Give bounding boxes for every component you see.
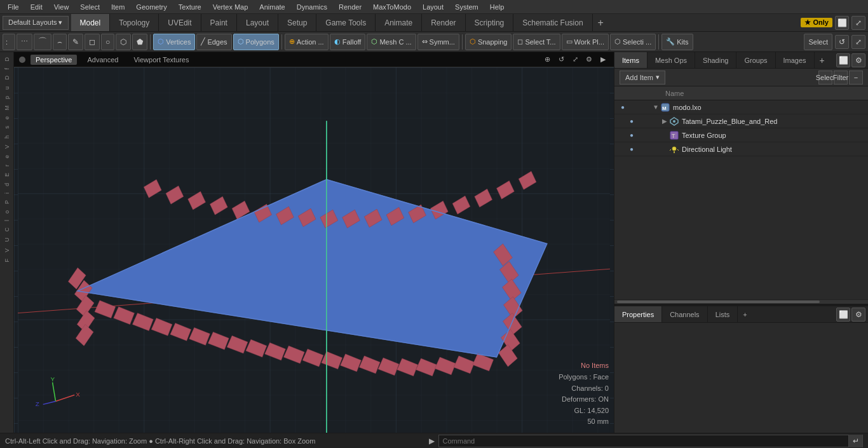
layout-tab-render[interactable]: Render [422, 14, 465, 31]
props-settings-btn[interactable]: ⚙ [851, 308, 865, 322]
sidebar-letter-v2[interactable]: V [3, 246, 11, 255]
viewport-tab-perspective[interactable]: Perspective [31, 55, 77, 65]
layout-tab-animate[interactable]: Animate [376, 14, 422, 31]
toolbar-mode-indicator[interactable]: : [3, 34, 15, 50]
props-tab-add[interactable]: + [738, 306, 752, 322]
item-vis-tatami[interactable]: ● [626, 116, 637, 127]
viewport[interactable]: Perspective Advanced Viewport Textures ⊕… [14, 52, 614, 433]
props-tab-lists[interactable]: Lists [708, 306, 738, 322]
layout-tab-gametools[interactable]: Game Tools [316, 14, 376, 31]
layout-tab-paint[interactable]: Paint [201, 14, 237, 31]
toolbar-select-tool-btn[interactable]: ◻ Select T... [513, 34, 560, 50]
menu-animate[interactable]: Animate [254, 2, 290, 12]
menu-help[interactable]: Help [485, 2, 510, 12]
command-input[interactable] [439, 437, 849, 445]
vp-ctrl-zoom[interactable]: ⤢ [569, 54, 581, 65]
sidebar-letter-f2[interactable]: F [3, 256, 11, 265]
layout-tab-layout[interactable]: Layout [237, 14, 278, 31]
menu-view[interactable]: View [49, 2, 74, 12]
props-tab-properties[interactable]: Properties [614, 306, 662, 322]
viewport-tab-textures[interactable]: Viewport Textures [128, 55, 194, 65]
sidebar-letter-r[interactable]: r [3, 162, 11, 169]
sidebar-letter-v[interactable]: V [3, 142, 11, 151]
right-panel-settings-btn[interactable]: ⚙ [851, 53, 865, 67]
layout-maximize-btn[interactable]: ⬜ [835, 16, 849, 30]
menu-maxtomodo[interactable]: MaxToModo [368, 2, 416, 12]
command-go-btn[interactable]: ↵ [848, 435, 862, 447]
sidebar-letter-e[interactable]: e [3, 114, 11, 122]
sidebar-letter-d2[interactable]: D [3, 73, 11, 83]
sidebar-letter-d3[interactable]: d [3, 180, 11, 189]
sidebar-letter-c[interactable]: C [3, 225, 11, 234]
layout-tab-schematic[interactable]: Schematic Fusion [513, 14, 592, 31]
right-panel-resize-btn[interactable]: ⬜ [836, 53, 850, 67]
sidebar-letter-h[interactable]: h [3, 133, 11, 141]
sidebar-letter-m[interactable]: M [3, 103, 11, 113]
toolbar-snapping-btn[interactable]: ⬡ Snapping [465, 34, 512, 50]
toolbar-falloff-btn[interactable]: ◐ Falloff [330, 34, 366, 50]
sidebar-letter-p[interactable]: p [3, 93, 11, 102]
menu-texture[interactable]: Texture [173, 2, 207, 12]
viewport-tab-advanced[interactable]: Advanced [82, 55, 123, 65]
toolbar-icon-circle[interactable]: ○ [101, 34, 114, 50]
right-tab-images[interactable]: Images [776, 52, 815, 68]
toolbar-kits-btn[interactable]: 🔧 Kits [661, 34, 693, 50]
item-row-tatami[interactable]: ● ▶ Tatami_Puzzle_Blue_and_Red [614, 114, 868, 128]
item-vis-modo[interactable]: ● [617, 102, 628, 113]
vp-ctrl-settings[interactable]: ⚙ [583, 54, 595, 65]
menu-geometry[interactable]: Geometry [131, 2, 172, 12]
item-expand-tatami[interactable]: ▶ [660, 118, 669, 125]
sidebar-letter-e2[interactable]: e [3, 153, 11, 161]
toolbar-icon-hexagon[interactable]: ⬡ [116, 34, 131, 50]
right-tab-groups[interactable]: Groups [736, 52, 775, 68]
add-item-btn[interactable]: Add Item ▾ [620, 71, 665, 85]
toolbar-selecti-btn[interactable]: ⬡ Selecti ... [610, 34, 656, 50]
menu-dynamics[interactable]: Dynamics [292, 2, 332, 12]
viewport-collapse-btn[interactable] [19, 57, 25, 63]
menu-edit[interactable]: Edit [25, 2, 48, 12]
toolbar-workpl-btn[interactable]: ▭ Work Pl... [562, 34, 609, 50]
layout-tab-uvedit[interactable]: UVEdit [159, 14, 201, 31]
props-tab-channels[interactable]: Channels [662, 306, 707, 322]
vp-ctrl-home[interactable]: ⊕ [541, 54, 553, 65]
layout-tab-setup[interactable]: Setup [278, 14, 316, 31]
toolbar-icon-select[interactable]: ◻ [85, 34, 100, 50]
layout-tab-add[interactable]: + [593, 17, 609, 29]
star-badge[interactable]: ★ Only [801, 18, 832, 27]
sidebar-letter-i[interactable]: i [3, 190, 11, 196]
right-tab-meshops[interactable]: Mesh Ops [648, 52, 695, 68]
layout-tab-scripting[interactable]: Scripting [466, 14, 514, 31]
item-row-texture-group[interactable]: ● T Texture Group [614, 128, 868, 142]
vp-ctrl-play[interactable]: ▶ [597, 54, 609, 65]
toolbar-refresh-btn[interactable]: ↺ [835, 35, 849, 49]
item-expand-modo[interactable]: ▼ [651, 104, 660, 111]
items-filter-btn[interactable]: Filter [834, 71, 848, 85]
vp-ctrl-refresh[interactable]: ↺ [555, 54, 567, 65]
sidebar-letter-f[interactable]: f [3, 65, 11, 72]
toolbar-mesh-btn[interactable]: ⬡ Mesh C ... [367, 34, 416, 50]
toolbar-symm-btn[interactable]: ⇔ Symm... [417, 34, 459, 50]
toolbar-polygons-btn[interactable]: ⬡ Polygons [233, 34, 279, 50]
menu-layout[interactable]: Layout [417, 2, 449, 12]
toolbar-icon-spline[interactable]: ⌢ [53, 34, 67, 50]
toolbar-action-btn[interactable]: ⊕ Action ... [285, 34, 329, 50]
sidebar-letter-o[interactable]: o [3, 208, 11, 216]
sidebar-letter-d[interactable]: D [3, 55, 11, 64]
menu-vertex-map[interactable]: Vertex Map [208, 2, 254, 12]
sidebar-letter-l[interactable]: l [3, 217, 11, 224]
toolbar-fullscreen-btn[interactable]: ⤢ [851, 35, 865, 49]
item-vis-light[interactable]: ● [626, 144, 637, 155]
layout-dropdown[interactable]: Default Layouts ▾ [3, 16, 69, 30]
items-minus-btn[interactable]: − [849, 71, 863, 85]
sidebar-letter-u[interactable]: u [3, 84, 11, 92]
sidebar-letter-e3[interactable]: E [3, 170, 11, 179]
right-tab-items[interactable]: Items [614, 52, 648, 68]
toolbar-select-label-btn[interactable]: Select [804, 34, 832, 50]
menu-render[interactable]: Render [334, 2, 367, 12]
toolbar-icon-pen[interactable]: ✎ [68, 34, 83, 50]
layout-tab-topology[interactable]: Topology [110, 14, 159, 31]
sidebar-letter-s[interactable]: s [3, 123, 11, 132]
sidebar-letter-u2[interactable]: U [3, 235, 11, 245]
menu-file[interactable]: File [3, 2, 24, 12]
items-select-btn[interactable]: Select [818, 71, 832, 85]
